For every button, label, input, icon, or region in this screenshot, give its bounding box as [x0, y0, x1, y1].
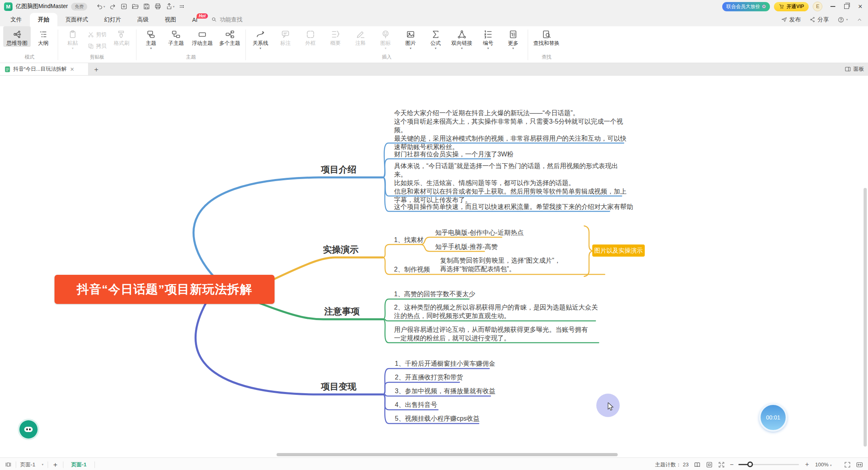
mindmap-canvas[interactable]: 抖音“今日话题”项目新玩法拆解 项目介绍 实操演示 注意事项 项目变现 今天给大… [0, 76, 868, 457]
horizontal-scrollbar[interactable] [277, 453, 618, 456]
floating-topic-button[interactable]: 浮动主题 [189, 26, 216, 47]
recording-timer[interactable]: 00:01 [759, 403, 787, 432]
branch-label-demo[interactable]: 实操演示 [323, 244, 359, 256]
zoom-out-button[interactable]: − [730, 461, 734, 468]
bidirectional-link-button[interactable]: 双向链接▾ [448, 26, 476, 50]
format-painter-button[interactable]: 格式刷 [109, 26, 134, 47]
zoom-in-button[interactable]: ＋ [804, 460, 810, 469]
save-button[interactable] [143, 3, 150, 10]
topic-node[interactable]: 3、参加中视频，有播放量就有收益 [395, 387, 495, 395]
fit-width-icon[interactable] [856, 461, 863, 468]
customize-toolbar-icon[interactable] [178, 3, 185, 10]
topic-node[interactable]: 2、制作视频 [394, 265, 430, 274]
formula-button[interactable]: 公式▾ [423, 26, 448, 50]
outline-mode-button[interactable]: 大纲 [31, 26, 56, 47]
boundary-button[interactable]: 外框 [298, 26, 323, 47]
restore-button[interactable] [844, 4, 849, 9]
summary-tag[interactable]: 图片以及实操演示 [592, 244, 645, 257]
mindmap-mode-button[interactable]: 思维导图 [3, 26, 31, 47]
topic-node[interactable]: 知乎手机版-推荐-高赞 [435, 242, 498, 251]
branch-label-notes[interactable]: 注意事项 [324, 306, 360, 318]
fit-page-icon[interactable] [706, 461, 713, 468]
undo-history-caret[interactable]: ▾ [103, 5, 105, 8]
picture-button[interactable]: 图片▾ [398, 26, 423, 50]
share-button[interactable]: 分享 [809, 16, 829, 23]
feature-search[interactable]: 功能查找 [205, 13, 248, 26]
topic-button[interactable]: 主题▾ [138, 26, 164, 50]
central-topic[interactable]: 抖音“今日话题”项目新玩法拆解 [55, 275, 275, 304]
topic-node[interactable]: 2、开直播收打赏和带货 [395, 373, 463, 381]
topic-node[interactable]: 1、找素材 [394, 236, 424, 244]
new-tab-button[interactable]: ＋ [88, 63, 105, 75]
page-tab-active[interactable]: 页面-1 [67, 461, 91, 468]
user-avatar[interactable]: E [813, 2, 822, 11]
fullscreen-icon[interactable] [844, 461, 851, 468]
zoom-slider-knob[interactable] [747, 462, 753, 467]
paste-button[interactable]: 粘贴▾ [60, 26, 85, 50]
new-file-button[interactable] [120, 3, 128, 10]
close-button[interactable]: × [858, 3, 862, 10]
cut-button[interactable]: 剪切 [88, 31, 107, 38]
topic-node[interactable]: 1、千粉后开通橱窗挂小黄车赚佣金 [395, 359, 495, 368]
tab-page-style[interactable]: 页面样式 [57, 13, 96, 26]
zoom-level[interactable]: 100% ▾ [815, 462, 832, 468]
tab-slideshow[interactable]: 幻灯片 [96, 13, 129, 26]
tab-file[interactable]: 文件 [2, 13, 30, 26]
ai-assistant-button[interactable] [19, 420, 38, 438]
export-button[interactable]: ▾ [166, 3, 174, 10]
topic-node[interactable]: 复制高赞回答到剪映里，选择“图文成片”， 再选择“智能匹配表情包”。 [440, 256, 610, 273]
find-replace-button[interactable]: 查找和替换 [530, 26, 563, 47]
close-tab-icon[interactable]: ✕ [70, 66, 74, 72]
collapse-ribbon-button[interactable] [857, 17, 862, 23]
topic-node[interactable]: 1、高赞的回答字数不要太少 [394, 290, 475, 298]
copy-button[interactable]: 拷贝 [88, 42, 107, 50]
more-insert-button[interactable]: 更多▾ [501, 26, 526, 50]
zoom-slider[interactable] [738, 464, 799, 465]
mindmap-icon [12, 30, 22, 39]
tab-view[interactable]: 视图 [157, 13, 184, 26]
undo-button[interactable]: ▾ [96, 3, 105, 10]
vertical-scrollbar[interactable] [864, 188, 867, 447]
callout-button[interactable]: 标注 [273, 26, 298, 47]
paste-icon [68, 30, 78, 39]
add-page-button[interactable]: ＋ [52, 460, 59, 469]
numbering-button[interactable]: 编号▾ [476, 26, 501, 50]
topic-node[interactable]: 这个项目操作简单快速，而且可以快速积累流量。希望我接下来的介绍对大家有帮助 [394, 202, 633, 211]
print-button[interactable] [154, 3, 161, 10]
help-button[interactable]: ▾ [838, 17, 848, 23]
subtopic-button[interactable]: 子主题 [164, 26, 189, 47]
panel-toggle-button[interactable]: 面板 [845, 63, 864, 75]
branch-label-intro[interactable]: 项目介绍 [321, 164, 356, 176]
emoji-pin-icon [381, 30, 390, 39]
topic-node[interactable]: 财门社群有位会员实操，一个月涨了3W粉 [394, 150, 514, 158]
topic-node[interactable]: 具体来说，“今日话题”就是选择一个当下热门的话题，然后用视频的形式表现出来。 比… [394, 162, 629, 204]
relation-line-button[interactable]: 关系线▾ [248, 26, 273, 50]
publish-button[interactable]: 发布 [781, 16, 801, 23]
member-promo-banner[interactable]: 联合会员大放价✿ [722, 2, 770, 11]
open-vip-button[interactable]: 开通VIP [774, 2, 809, 11]
topic-node[interactable]: 4、出售抖音号 [395, 400, 437, 409]
minimize-button[interactable] [830, 6, 835, 7]
topic-node[interactable]: 今天给大家介绍一个近期在抖音上火爆的新玩法——“今日话题”。 这个项目听起来很高… [394, 109, 629, 151]
tab-advanced[interactable]: 高级 [129, 13, 157, 26]
export-caret[interactable]: ▾ [173, 5, 174, 8]
formula-sigma-icon [431, 30, 440, 39]
insert-icon-button[interactable]: 图标▾ [373, 26, 398, 50]
comment-button[interactable]: 注释 [348, 26, 373, 47]
redo-button[interactable] [109, 3, 116, 10]
pages-view-icon[interactable] [694, 461, 701, 468]
tab-ai[interactable]: AIHot [184, 13, 205, 26]
document-tab[interactable]: 抖音“今日...目玩法拆解 ✕ [0, 63, 88, 75]
multi-topic-button[interactable]: 多个主题 [216, 26, 243, 47]
tab-home[interactable]: 开始 [30, 13, 57, 26]
topic-node[interactable]: 2、这种类型的视频之所以容易获得用户的青睐，是因为选题贴近大众关注的热点，同时视… [394, 303, 598, 320]
branch-label-monetize[interactable]: 项目变现 [321, 381, 356, 393]
summary-button[interactable]: 概要 [323, 26, 348, 47]
page-overview-icon[interactable] [5, 461, 12, 468]
open-file-button[interactable] [132, 3, 139, 10]
topic-node[interactable]: 用户很容易通过评论互动，从而帮助视频获得更多曝光。当账号拥有一定规模的粉丝后，就… [394, 325, 594, 342]
topic-node[interactable]: 5、视频挂载小程序赚cps收益 [395, 414, 480, 423]
page-selector[interactable]: 页面-1▾ [20, 461, 44, 468]
topic-node[interactable]: 知乎电脑版-创作中心-近期热点 [435, 228, 524, 237]
fit-screen-icon[interactable] [718, 461, 725, 468]
